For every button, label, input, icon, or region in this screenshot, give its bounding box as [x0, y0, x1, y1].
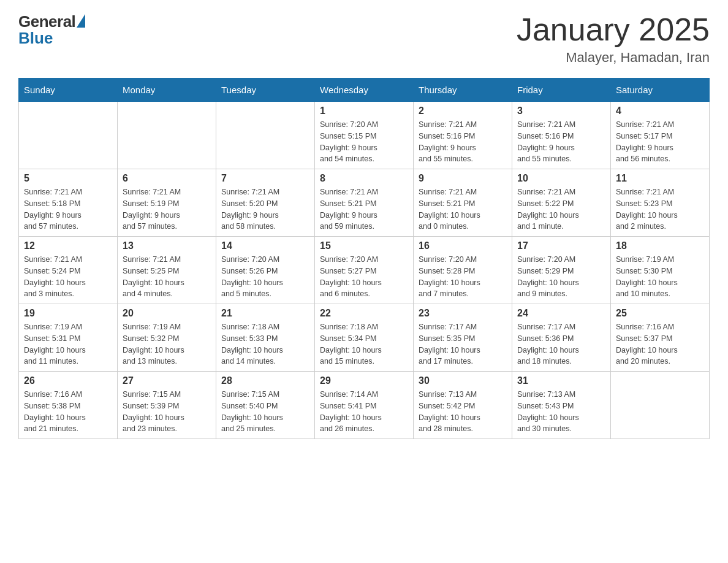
- calendar-cell: 22Sunrise: 7:18 AMSunset: 5:34 PMDayligh…: [315, 304, 414, 372]
- page-header: General Blue January 2025 Malayer, Hamad…: [18, 12, 710, 66]
- day-info: Sunrise: 7:16 AMSunset: 5:38 PMDaylight:…: [24, 389, 112, 435]
- day-number: 29: [320, 375, 408, 386]
- calendar-week-row: 26Sunrise: 7:16 AMSunset: 5:38 PMDayligh…: [19, 372, 710, 439]
- calendar-cell: 12Sunrise: 7:21 AMSunset: 5:24 PMDayligh…: [19, 237, 118, 304]
- day-info: Sunrise: 7:21 AMSunset: 5:21 PMDaylight:…: [320, 186, 408, 232]
- calendar-week-row: 19Sunrise: 7:19 AMSunset: 5:31 PMDayligh…: [19, 304, 710, 372]
- day-number: 30: [419, 375, 507, 386]
- day-info: Sunrise: 7:21 AMSunset: 5:21 PMDaylight:…: [419, 186, 507, 232]
- day-number: 31: [517, 375, 605, 386]
- day-number: 18: [616, 240, 704, 251]
- calendar-cell: 21Sunrise: 7:18 AMSunset: 5:33 PMDayligh…: [216, 304, 315, 372]
- calendar-cell: 20Sunrise: 7:19 AMSunset: 5:32 PMDayligh…: [118, 304, 216, 372]
- calendar-cell: 18Sunrise: 7:19 AMSunset: 5:30 PMDayligh…: [611, 237, 710, 304]
- calendar-cell: 28Sunrise: 7:15 AMSunset: 5:40 PMDayligh…: [216, 372, 315, 439]
- calendar-week-row: 1Sunrise: 7:20 AMSunset: 5:15 PMDaylight…: [19, 102, 710, 169]
- day-number: 1: [320, 105, 408, 117]
- day-info: Sunrise: 7:16 AMSunset: 5:37 PMDaylight:…: [616, 321, 704, 367]
- day-number: 14: [221, 240, 309, 251]
- calendar-cell: 26Sunrise: 7:16 AMSunset: 5:38 PMDayligh…: [19, 372, 118, 439]
- calendar-cell: 14Sunrise: 7:20 AMSunset: 5:26 PMDayligh…: [216, 237, 315, 304]
- day-number: 20: [123, 308, 211, 319]
- calendar-cell: 19Sunrise: 7:19 AMSunset: 5:31 PMDayligh…: [19, 304, 118, 372]
- day-header-sunday: Sunday: [19, 79, 118, 102]
- day-info: Sunrise: 7:21 AMSunset: 5:24 PMDaylight:…: [24, 254, 112, 300]
- day-header-friday: Friday: [512, 79, 611, 102]
- calendar-header-row: SundayMondayTuesdayWednesdayThursdayFrid…: [19, 79, 710, 102]
- calendar-cell: [118, 102, 216, 169]
- day-number: 4: [616, 105, 704, 117]
- calendar-cell: 16Sunrise: 7:20 AMSunset: 5:28 PMDayligh…: [414, 237, 512, 304]
- day-info: Sunrise: 7:13 AMSunset: 5:43 PMDaylight:…: [517, 389, 605, 435]
- calendar-cell: 5Sunrise: 7:21 AMSunset: 5:18 PMDaylight…: [19, 169, 118, 237]
- day-info: Sunrise: 7:14 AMSunset: 5:41 PMDaylight:…: [320, 389, 408, 435]
- day-info: Sunrise: 7:21 AMSunset: 5:25 PMDaylight:…: [123, 254, 211, 300]
- calendar-cell: 24Sunrise: 7:17 AMSunset: 5:36 PMDayligh…: [512, 304, 611, 372]
- day-number: 27: [123, 375, 211, 386]
- day-number: 16: [419, 240, 507, 251]
- day-info: Sunrise: 7:21 AMSunset: 5:17 PMDaylight:…: [616, 119, 704, 165]
- day-info: Sunrise: 7:18 AMSunset: 5:34 PMDaylight:…: [320, 321, 408, 367]
- day-number: 25: [616, 308, 704, 319]
- day-number: 13: [123, 240, 211, 251]
- day-info: Sunrise: 7:21 AMSunset: 5:16 PMDaylight:…: [517, 119, 605, 165]
- month-title: January 2025: [517, 12, 710, 47]
- calendar-cell: 23Sunrise: 7:17 AMSunset: 5:35 PMDayligh…: [414, 304, 512, 372]
- day-number: 24: [517, 308, 605, 319]
- day-number: 17: [517, 240, 605, 251]
- day-info: Sunrise: 7:17 AMSunset: 5:36 PMDaylight:…: [517, 321, 605, 367]
- calendar-cell: 27Sunrise: 7:15 AMSunset: 5:39 PMDayligh…: [118, 372, 216, 439]
- day-number: 19: [24, 308, 112, 319]
- calendar-week-row: 12Sunrise: 7:21 AMSunset: 5:24 PMDayligh…: [19, 237, 710, 304]
- calendar-cell: 6Sunrise: 7:21 AMSunset: 5:19 PMDaylight…: [118, 169, 216, 237]
- calendar-cell: 1Sunrise: 7:20 AMSunset: 5:15 PMDaylight…: [315, 102, 414, 169]
- logo-triangle-icon: [77, 14, 85, 28]
- day-header-thursday: Thursday: [414, 79, 512, 102]
- day-info: Sunrise: 7:20 AMSunset: 5:26 PMDaylight:…: [221, 254, 309, 300]
- calendar-cell: 30Sunrise: 7:13 AMSunset: 5:42 PMDayligh…: [414, 372, 512, 439]
- calendar-table: SundayMondayTuesdayWednesdayThursdayFrid…: [18, 78, 710, 439]
- calendar-cell: 9Sunrise: 7:21 AMSunset: 5:21 PMDaylight…: [414, 169, 512, 237]
- calendar-cell: 7Sunrise: 7:21 AMSunset: 5:20 PMDaylight…: [216, 169, 315, 237]
- day-info: Sunrise: 7:21 AMSunset: 5:18 PMDaylight:…: [24, 186, 112, 232]
- day-info: Sunrise: 7:21 AMSunset: 5:22 PMDaylight:…: [517, 186, 605, 232]
- day-number: 9: [419, 173, 507, 184]
- day-info: Sunrise: 7:18 AMSunset: 5:33 PMDaylight:…: [221, 321, 309, 367]
- day-info: Sunrise: 7:15 AMSunset: 5:40 PMDaylight:…: [221, 389, 309, 435]
- day-info: Sunrise: 7:20 AMSunset: 5:27 PMDaylight:…: [320, 254, 408, 300]
- calendar-cell: 15Sunrise: 7:20 AMSunset: 5:27 PMDayligh…: [315, 237, 414, 304]
- day-info: Sunrise: 7:19 AMSunset: 5:31 PMDaylight:…: [24, 321, 112, 367]
- calendar-cell: 10Sunrise: 7:21 AMSunset: 5:22 PMDayligh…: [512, 169, 611, 237]
- location-title: Malayer, Hamadan, Iran: [517, 50, 710, 66]
- calendar-cell: 11Sunrise: 7:21 AMSunset: 5:23 PMDayligh…: [611, 169, 710, 237]
- calendar-cell: 13Sunrise: 7:21 AMSunset: 5:25 PMDayligh…: [118, 237, 216, 304]
- day-number: 3: [517, 105, 605, 117]
- day-number: 5: [24, 173, 112, 184]
- calendar-cell: 4Sunrise: 7:21 AMSunset: 5:17 PMDaylight…: [611, 102, 710, 169]
- day-info: Sunrise: 7:19 AMSunset: 5:32 PMDaylight:…: [123, 321, 211, 367]
- day-header-tuesday: Tuesday: [216, 79, 315, 102]
- title-area: January 2025 Malayer, Hamadan, Iran: [517, 12, 710, 66]
- day-number: 7: [221, 173, 309, 184]
- day-info: Sunrise: 7:21 AMSunset: 5:20 PMDaylight:…: [221, 186, 309, 232]
- day-info: Sunrise: 7:15 AMSunset: 5:39 PMDaylight:…: [123, 389, 211, 435]
- day-number: 2: [419, 105, 507, 117]
- calendar-cell: 25Sunrise: 7:16 AMSunset: 5:37 PMDayligh…: [611, 304, 710, 372]
- day-number: 21: [221, 308, 309, 319]
- day-number: 10: [517, 173, 605, 184]
- calendar-cell: 29Sunrise: 7:14 AMSunset: 5:41 PMDayligh…: [315, 372, 414, 439]
- day-number: 26: [24, 375, 112, 386]
- day-number: 28: [221, 375, 309, 386]
- calendar-week-row: 5Sunrise: 7:21 AMSunset: 5:18 PMDaylight…: [19, 169, 710, 237]
- day-info: Sunrise: 7:21 AMSunset: 5:19 PMDaylight:…: [123, 186, 211, 232]
- day-info: Sunrise: 7:13 AMSunset: 5:42 PMDaylight:…: [419, 389, 507, 435]
- day-info: Sunrise: 7:21 AMSunset: 5:16 PMDaylight:…: [419, 119, 507, 165]
- day-header-saturday: Saturday: [611, 79, 710, 102]
- calendar-cell: 2Sunrise: 7:21 AMSunset: 5:16 PMDaylight…: [414, 102, 512, 169]
- day-number: 11: [616, 173, 704, 184]
- calendar-cell: 8Sunrise: 7:21 AMSunset: 5:21 PMDaylight…: [315, 169, 414, 237]
- calendar-cell: 3Sunrise: 7:21 AMSunset: 5:16 PMDaylight…: [512, 102, 611, 169]
- calendar-cell: [611, 372, 710, 439]
- day-info: Sunrise: 7:20 AMSunset: 5:28 PMDaylight:…: [419, 254, 507, 300]
- day-info: Sunrise: 7:17 AMSunset: 5:35 PMDaylight:…: [419, 321, 507, 367]
